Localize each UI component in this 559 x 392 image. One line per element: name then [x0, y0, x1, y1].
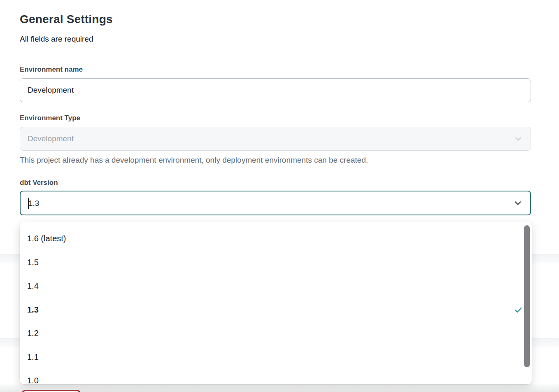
- page-title: General Settings: [20, 13, 113, 26]
- chevron-down-icon: [513, 198, 523, 208]
- dropdown-option[interactable]: 1.5: [20, 251, 532, 275]
- option-label: 1.1: [27, 352, 39, 362]
- dropdown-option[interactable]: 1.2: [20, 322, 532, 345]
- dbt-version-label: dbt Version: [20, 179, 58, 187]
- dropdown-option[interactable]: 1.6 (latest): [20, 227, 532, 251]
- environment-type-label: Environment Type: [20, 114, 80, 122]
- page-bottom-shadow: [0, 384, 559, 392]
- dbt-version-value: 1.3: [28, 198, 39, 207]
- dbt-version-combobox[interactable]: 1.3: [20, 191, 531, 215]
- option-label: 1.6 (latest): [27, 234, 66, 243]
- delete-button-partial[interactable]: [21, 390, 81, 392]
- chevron-down-icon: [513, 134, 523, 144]
- dbt-version-dropdown: 1.6 (latest) 1.5 1.4 1.3 1.2: [20, 222, 532, 384]
- check-icon: [514, 305, 523, 314]
- dropdown-option[interactable]: 1.3: [20, 298, 532, 322]
- environment-type-helper: This project already has a development e…: [20, 156, 368, 165]
- page-subtitle: All fields are required: [20, 35, 93, 44]
- option-label: 1.4: [27, 281, 39, 291]
- environment-name-input[interactable]: [20, 78, 531, 102]
- dropdown-option[interactable]: 1.4: [20, 274, 532, 298]
- environment-name-label: Environment name: [20, 65, 83, 74]
- environment-type-select: Development: [20, 127, 531, 151]
- option-label: 1.5: [27, 258, 39, 267]
- option-label: 1.2: [27, 329, 39, 338]
- general-settings-page: General Settings All fields are required…: [0, 0, 559, 392]
- dropdown-option[interactable]: 1.1: [20, 345, 532, 369]
- dropdown-scrollbar[interactable]: [524, 225, 530, 367]
- option-label: 1.0: [27, 376, 39, 384]
- environment-type-value: Development: [28, 134, 74, 143]
- dropdown-option[interactable]: 1.0: [20, 369, 532, 384]
- option-label: 1.3: [27, 305, 39, 315]
